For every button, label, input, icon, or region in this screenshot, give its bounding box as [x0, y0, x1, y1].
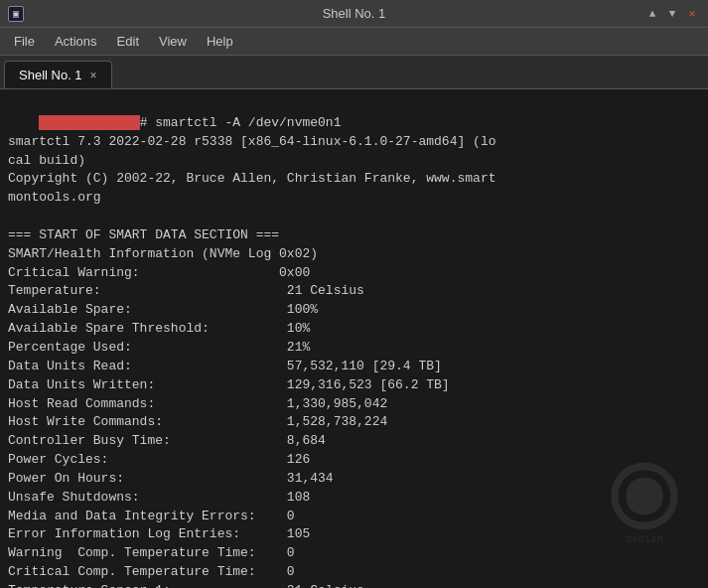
menu-edit[interactable]: Edit — [107, 30, 149, 53]
menu-help[interactable]: Help — [197, 30, 243, 53]
tab-label: Shell No. 1 — [19, 68, 82, 82]
menu-actions[interactable]: Actions — [45, 30, 107, 53]
tab-shell1[interactable]: Shell No. 1 × — [4, 61, 112, 88]
menu-view[interactable]: View — [149, 30, 197, 53]
close-button[interactable]: ✕ — [684, 6, 700, 22]
prompt-redacted: █████████████# smartctl -A /dev/nvme0n1 — [39, 115, 341, 130]
app-icon — [8, 6, 24, 22]
window-controls: ▲ ▼ ✕ — [644, 6, 700, 22]
titlebar-left — [8, 6, 24, 22]
maximize-button[interactable]: ▼ — [664, 6, 680, 22]
menubar: File Actions Edit View Help — [0, 28, 708, 56]
svg-text:debian: debian — [626, 533, 663, 545]
titlebar: Shell No. 1 ▲ ▼ ✕ — [0, 0, 708, 28]
output-line-2: smartctl 7.3 2022-02-28 r5338 [x86_64-li… — [8, 134, 496, 588]
terminal-content: █████████████# smartctl -A /dev/nvme0n1 … — [8, 95, 700, 588]
tabbar: Shell No. 1 × — [0, 56, 708, 89]
window-title: Shell No. 1 — [323, 6, 386, 21]
menu-file[interactable]: File — [4, 30, 45, 53]
tab-close-button[interactable]: × — [90, 69, 97, 82]
minimize-button[interactable]: ▲ — [644, 6, 660, 22]
terminal-area[interactable]: █████████████# smartctl -A /dev/nvme0n1 … — [0, 89, 708, 588]
debian-logo-watermark: debian — [605, 459, 684, 548]
